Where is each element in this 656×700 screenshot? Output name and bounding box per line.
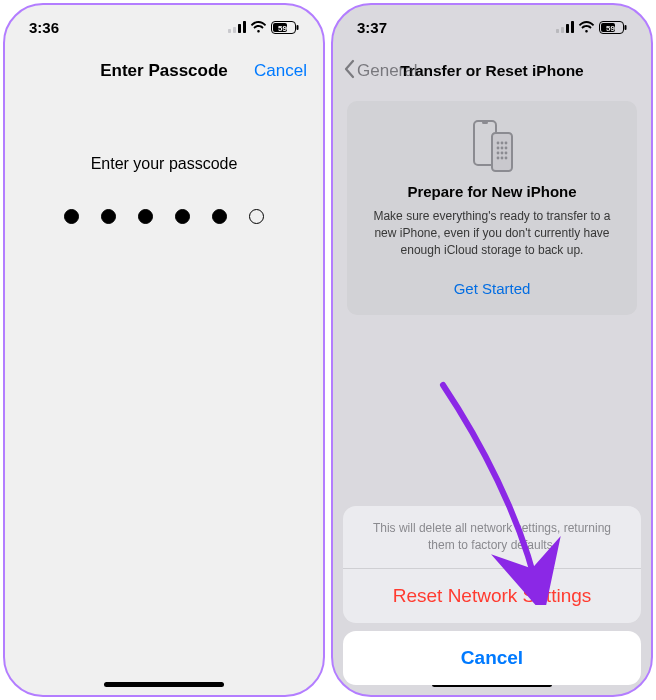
content: Prepare for New iPhone Make sure everyth…	[347, 101, 637, 315]
battery-icon: 59	[599, 21, 627, 34]
svg-rect-7	[297, 25, 299, 30]
status-time: 3:36	[29, 19, 59, 36]
battery-icon: 59	[271, 21, 299, 34]
sheet-message: This will delete all network settings, r…	[343, 506, 641, 569]
signal-icon	[556, 19, 574, 36]
signal-icon	[228, 19, 246, 36]
passcode-dot	[101, 209, 116, 224]
card-title: Prepare for New iPhone	[361, 183, 623, 200]
svg-point-23	[501, 147, 504, 150]
svg-rect-2	[238, 24, 241, 33]
svg-point-25	[497, 152, 500, 155]
svg-point-27	[505, 152, 508, 155]
screenshot-right: 3:37 59 General Transfer or Reset iPhone	[331, 3, 653, 697]
passcode-area: Enter your passcode	[5, 155, 323, 224]
reset-network-settings-button[interactable]: Reset Network Settings	[343, 569, 641, 623]
passcode-dot	[249, 209, 264, 224]
svg-rect-17	[482, 121, 488, 124]
passcode-dot	[212, 209, 227, 224]
wifi-icon	[250, 19, 267, 36]
cancel-button[interactable]: Cancel	[254, 61, 307, 81]
chevron-left-icon	[343, 59, 355, 84]
passcode-dots	[5, 209, 323, 224]
sheet-cancel-button[interactable]: Cancel	[343, 631, 641, 685]
svg-point-30	[505, 157, 508, 160]
svg-point-22	[497, 147, 500, 150]
svg-point-29	[501, 157, 504, 160]
page-title: Transfer or Reset iPhone	[400, 62, 583, 80]
status-icons: 59	[228, 19, 299, 36]
svg-rect-15	[625, 25, 627, 30]
svg-point-28	[497, 157, 500, 160]
svg-point-20	[501, 142, 504, 145]
svg-rect-8	[556, 29, 559, 33]
svg-rect-0	[228, 29, 231, 33]
wifi-icon	[578, 19, 595, 36]
status-icons: 59	[556, 19, 627, 36]
svg-rect-11	[571, 21, 574, 33]
action-sheet: This will delete all network settings, r…	[343, 506, 641, 685]
get-started-button[interactable]: Get Started	[361, 274, 623, 303]
svg-point-19	[497, 142, 500, 145]
svg-text:59: 59	[606, 23, 615, 32]
status-time: 3:37	[357, 19, 387, 36]
home-indicator[interactable]	[104, 682, 224, 687]
page-title: Enter Passcode	[100, 61, 228, 81]
svg-text:59: 59	[278, 23, 287, 32]
status-bar: 3:36 59	[5, 5, 323, 49]
passcode-dot	[64, 209, 79, 224]
svg-rect-10	[566, 24, 569, 33]
svg-rect-3	[243, 21, 246, 33]
screenshot-left: 3:36 59 Enter Passcode Cancel Enter your…	[3, 3, 325, 697]
svg-point-26	[501, 152, 504, 155]
nav-bar: Enter Passcode Cancel	[5, 49, 323, 93]
back-label: General	[357, 61, 417, 81]
passcode-prompt: Enter your passcode	[5, 155, 323, 173]
svg-point-24	[505, 147, 508, 150]
svg-point-21	[505, 142, 508, 145]
passcode-dot	[175, 209, 190, 224]
back-button[interactable]: General	[343, 59, 417, 84]
passcode-dot	[138, 209, 153, 224]
svg-rect-9	[561, 27, 564, 33]
action-sheet-group: This will delete all network settings, r…	[343, 506, 641, 623]
nav-bar: General Transfer or Reset iPhone	[333, 49, 651, 93]
devices-icon	[361, 119, 623, 173]
svg-rect-1	[233, 27, 236, 33]
status-bar: 3:37 59	[333, 5, 651, 49]
prepare-card: Prepare for New iPhone Make sure everyth…	[347, 101, 637, 315]
card-body: Make sure everything's ready to transfer…	[361, 208, 623, 258]
